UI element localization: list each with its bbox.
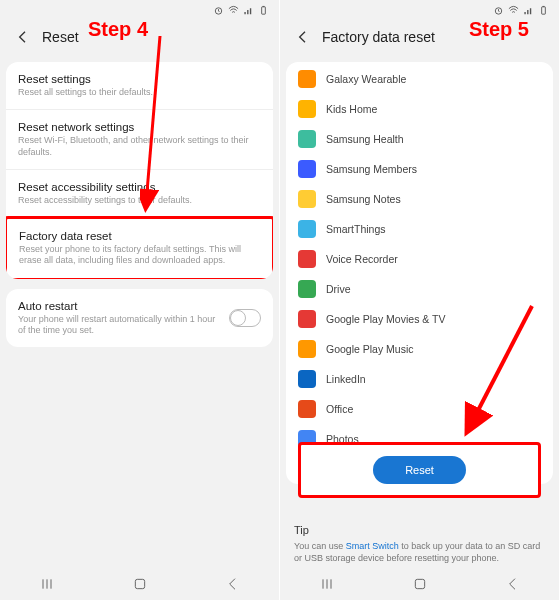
svg-line-0 — [146, 36, 160, 204]
app-icon — [298, 370, 316, 388]
reset-button-highlight: Reset — [298, 442, 541, 498]
app-icon — [298, 340, 316, 358]
app-name: Google Play Movies & TV — [326, 313, 445, 325]
alarm-icon — [213, 5, 224, 16]
back-icon[interactable] — [505, 576, 521, 592]
navigation-bar — [280, 572, 559, 596]
recents-icon[interactable] — [319, 576, 335, 592]
row-subtitle: Reset your phone to its factory default … — [19, 244, 260, 267]
app-row: Galaxy Wearable — [286, 64, 553, 94]
svg-rect-3 — [263, 5, 265, 6]
app-icon — [298, 400, 316, 418]
svg-line-5 — [470, 306, 532, 426]
home-icon[interactable] — [412, 576, 428, 592]
smart-switch-link[interactable]: Smart Switch — [346, 541, 399, 551]
phone-step4: Step 4 Reset Reset settings Reset all se… — [0, 0, 280, 600]
tip-text-prefix: You can use — [294, 541, 346, 551]
svg-rect-9 — [415, 579, 424, 588]
app-name: Samsung Notes — [326, 193, 401, 205]
app-row: Samsung Notes — [286, 184, 553, 214]
page-title: Reset — [42, 29, 79, 45]
navigation-bar — [0, 572, 279, 596]
svg-rect-2 — [262, 6, 266, 13]
home-icon[interactable] — [132, 576, 148, 592]
annotation-step4: Step 4 — [88, 18, 148, 41]
app-name: Office — [326, 403, 353, 415]
app-icon — [298, 220, 316, 238]
app-row: Kids Home — [286, 94, 553, 124]
app-row: Voice Recorder — [286, 244, 553, 274]
back-icon[interactable] — [225, 576, 241, 592]
app-name: Samsung Members — [326, 163, 417, 175]
app-name: Kids Home — [326, 103, 377, 115]
app-icon — [298, 310, 316, 328]
row-title: Factory data reset — [19, 230, 260, 242]
app-name: SmartThings — [326, 223, 386, 235]
chevron-left-icon — [15, 29, 31, 45]
status-bar — [0, 0, 279, 18]
app-name: LinkedIn — [326, 373, 366, 385]
auto-restart-row[interactable]: Auto restart Your phone will restart aut… — [6, 289, 273, 348]
svg-rect-7 — [542, 6, 546, 13]
app-icon — [298, 190, 316, 208]
alarm-icon — [493, 5, 504, 16]
app-row: Samsung Health — [286, 124, 553, 154]
factory-data-reset-row[interactable]: Factory data reset Reset your phone to i… — [6, 216, 273, 279]
app-name: Voice Recorder — [326, 253, 398, 265]
app-icon — [298, 70, 316, 88]
tip-body: You can use Smart Switch to back up your… — [294, 540, 545, 564]
app-icon — [298, 100, 316, 118]
app-icon — [298, 130, 316, 148]
tip-title: Tip — [294, 524, 545, 536]
annotation-step5: Step 5 — [469, 18, 529, 41]
battery-icon — [258, 5, 269, 16]
status-bar — [280, 0, 559, 18]
battery-icon — [538, 5, 549, 16]
chevron-left-icon — [295, 29, 311, 45]
app-name: Samsung Health — [326, 133, 404, 145]
auto-restart-toggle[interactable] — [229, 309, 261, 327]
app-name: Galaxy Wearable — [326, 73, 406, 85]
app-icon — [298, 160, 316, 178]
svg-rect-8 — [543, 5, 545, 6]
signal-icon — [243, 5, 254, 16]
app-name: Drive — [326, 283, 351, 295]
auto-restart-card: Auto restart Your phone will restart aut… — [6, 289, 273, 348]
app-row: Samsung Members — [286, 154, 553, 184]
row-title: Auto restart — [18, 300, 221, 312]
app-icon — [298, 280, 316, 298]
svg-rect-4 — [135, 579, 144, 588]
app-name: Google Play Music — [326, 343, 414, 355]
row-subtitle: Your phone will restart automatically wi… — [18, 314, 221, 337]
recents-icon[interactable] — [39, 576, 55, 592]
phone-step5: Step 5 Factory data reset Galaxy Wearabl… — [280, 0, 559, 600]
app-icon — [298, 250, 316, 268]
back-button[interactable] — [14, 28, 32, 46]
annotation-arrow-step5 — [460, 300, 540, 440]
tip-section: Tip You can use Smart Switch to back up … — [294, 524, 545, 564]
app-row: SmartThings — [286, 214, 553, 244]
back-button[interactable] — [294, 28, 312, 46]
wifi-icon — [508, 5, 519, 16]
reset-button[interactable]: Reset — [373, 456, 466, 484]
signal-icon — [523, 5, 534, 16]
page-title: Factory data reset — [322, 29, 435, 45]
annotation-arrow-step4 — [140, 36, 170, 216]
wifi-icon — [228, 5, 239, 16]
